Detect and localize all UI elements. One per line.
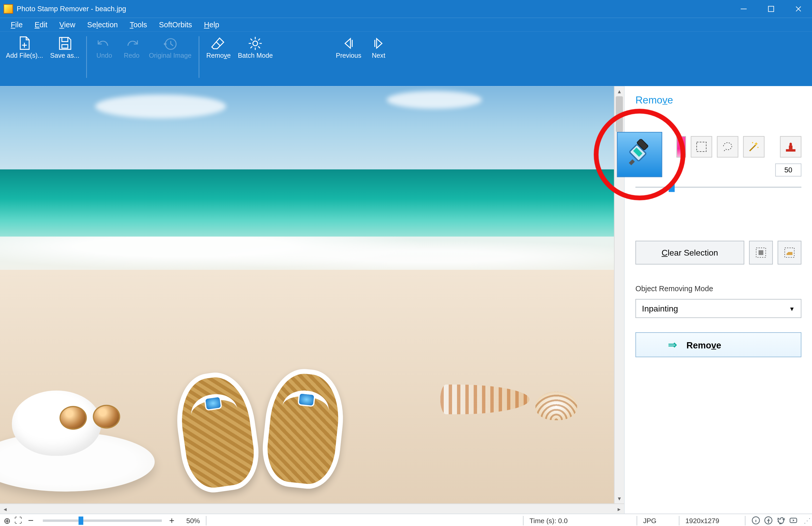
menu-bar: File Edit View Selection Tools SoftOrbit… bbox=[0, 18, 812, 32]
scroll-right-icon[interactable]: ▸ bbox=[614, 504, 624, 514]
close-icon bbox=[795, 5, 802, 13]
previous-label: Previous bbox=[336, 52, 361, 59]
scroll-down-icon[interactable]: ▾ bbox=[614, 493, 624, 504]
maximize-icon bbox=[768, 5, 774, 13]
original-image-button[interactable]: Original Image bbox=[146, 34, 194, 60]
menu-tools[interactable]: Tools bbox=[125, 19, 152, 30]
next-button[interactable]: Next bbox=[366, 34, 391, 60]
original-label: Original Image bbox=[149, 52, 191, 59]
redo-icon bbox=[124, 35, 140, 52]
remove-button-label: Remove bbox=[686, 340, 721, 350]
undo-label: Undo bbox=[97, 52, 112, 59]
toolbar-separator bbox=[199, 36, 199, 78]
svg-rect-8 bbox=[697, 142, 706, 152]
save-selection-button[interactable] bbox=[749, 241, 773, 265]
lasso-tool[interactable] bbox=[717, 136, 738, 157]
batch-mode-button[interactable]: Batch Mode bbox=[235, 34, 275, 60]
svg-rect-0 bbox=[768, 6, 774, 12]
side-panel: Remove bbox=[624, 86, 812, 513]
status-time: Time (s): 0.0 bbox=[530, 517, 631, 524]
menu-file[interactable]: File bbox=[6, 19, 28, 30]
arrow-right-icon: ⇒ bbox=[668, 338, 677, 351]
zoom-in-button[interactable]: + bbox=[165, 515, 178, 525]
mode-select[interactable]: Inpainting ▼ bbox=[635, 299, 801, 318]
next-label: Next bbox=[372, 52, 386, 59]
maximize-button[interactable] bbox=[757, 0, 785, 18]
redo-button[interactable]: Redo bbox=[119, 34, 144, 60]
selection-tools-row bbox=[635, 136, 801, 157]
horizontal-scrollbar[interactable]: ◂ ▸ bbox=[0, 504, 624, 513]
facebook-icon[interactable] bbox=[764, 516, 773, 525]
marker-tool-button[interactable] bbox=[617, 132, 662, 177]
zoom-out-button[interactable]: − bbox=[26, 515, 36, 526]
remove-label: Remove bbox=[206, 52, 231, 59]
menu-view[interactable]: View bbox=[55, 19, 80, 30]
menu-help[interactable]: Help bbox=[199, 19, 224, 30]
history-icon bbox=[162, 35, 178, 52]
status-bar: ⊕ ⛶ − + 50% Time (s): 0.0 JPG 1920x1279 … bbox=[0, 513, 812, 526]
svg-rect-1 bbox=[62, 44, 68, 48]
social-links bbox=[751, 516, 804, 525]
load-selection-button[interactable] bbox=[778, 241, 801, 265]
toolbar-separator bbox=[86, 36, 87, 78]
title-bar: Photo Stamp Remover - beach.jpg bbox=[0, 0, 812, 18]
menu-selection[interactable]: Selection bbox=[83, 19, 122, 30]
youtube-icon[interactable] bbox=[789, 516, 798, 525]
arrow-left-icon bbox=[340, 35, 357, 52]
resize-grip[interactable]: ⋰ bbox=[804, 516, 812, 524]
toolbar: Add File(s)... Save as... Undo Redo Orig… bbox=[0, 31, 812, 86]
mode-label: Object Removing Mode bbox=[635, 285, 801, 293]
brush-size-input[interactable] bbox=[775, 164, 801, 177]
zoom-slider-thumb[interactable] bbox=[79, 516, 84, 524]
save-as-button[interactable]: Save as... bbox=[48, 34, 82, 60]
gear-icon bbox=[247, 35, 264, 52]
magic-wand-icon bbox=[747, 140, 760, 153]
scroll-up-icon[interactable]: ▴ bbox=[614, 86, 624, 96]
menu-softorbits[interactable]: SoftOrbits bbox=[154, 19, 197, 30]
svg-rect-11 bbox=[786, 149, 796, 152]
magic-wand-tool[interactable] bbox=[743, 136, 764, 157]
svg-point-10 bbox=[752, 142, 753, 143]
chevron-down-icon: ▼ bbox=[789, 305, 795, 312]
close-button[interactable] bbox=[785, 0, 812, 18]
save-icon bbox=[57, 35, 73, 52]
rectangle-select-tool[interactable] bbox=[691, 136, 712, 157]
lasso-icon bbox=[721, 140, 734, 153]
clone-stamp-tool[interactable] bbox=[780, 136, 801, 157]
twitter-icon[interactable] bbox=[776, 516, 785, 525]
image-canvas[interactable] bbox=[0, 86, 614, 504]
undo-button[interactable]: Undo bbox=[92, 34, 117, 60]
eraser-icon bbox=[210, 35, 227, 52]
highlight-annotation bbox=[594, 109, 685, 200]
svg-marker-7 bbox=[629, 160, 635, 165]
add-files-button[interactable]: Add File(s)... bbox=[4, 34, 45, 60]
zoom-percent: 50% bbox=[178, 517, 200, 524]
load-selection-icon bbox=[784, 247, 796, 259]
undo-icon bbox=[96, 35, 113, 52]
svg-point-3 bbox=[253, 41, 258, 46]
remove-button[interactable]: ⇒ Remove bbox=[635, 332, 801, 357]
zoom-actual-icon[interactable]: ⊕ bbox=[4, 515, 11, 525]
zoom-slider[interactable] bbox=[43, 519, 162, 522]
arrow-right-icon bbox=[370, 35, 387, 52]
previous-button[interactable]: Previous bbox=[333, 34, 364, 60]
marker-icon bbox=[624, 139, 655, 170]
scroll-left-icon[interactable]: ◂ bbox=[0, 504, 10, 514]
mode-value: Inpainting bbox=[642, 304, 678, 313]
info-icon[interactable] bbox=[751, 516, 760, 525]
menu-edit[interactable]: Edit bbox=[30, 19, 52, 30]
redo-label: Redo bbox=[124, 52, 140, 59]
stamp-icon bbox=[784, 140, 797, 153]
svg-point-9 bbox=[757, 147, 759, 148]
minimize-icon bbox=[740, 5, 747, 13]
add-file-icon bbox=[16, 35, 33, 52]
svg-rect-14 bbox=[759, 250, 763, 255]
workspace: ▴ ▾ ◂ ▸ Remove bbox=[0, 86, 812, 513]
window-title: Photo Stamp Remover - beach.jpg bbox=[17, 5, 126, 13]
remove-tool-button[interactable]: Remove bbox=[204, 34, 233, 60]
status-format: JPG bbox=[643, 517, 673, 524]
clear-selection-button[interactable]: Clear Selection bbox=[635, 241, 744, 265]
app-icon bbox=[4, 4, 13, 14]
minimize-button[interactable] bbox=[730, 0, 757, 18]
zoom-fit-icon[interactable]: ⛶ bbox=[14, 516, 22, 525]
